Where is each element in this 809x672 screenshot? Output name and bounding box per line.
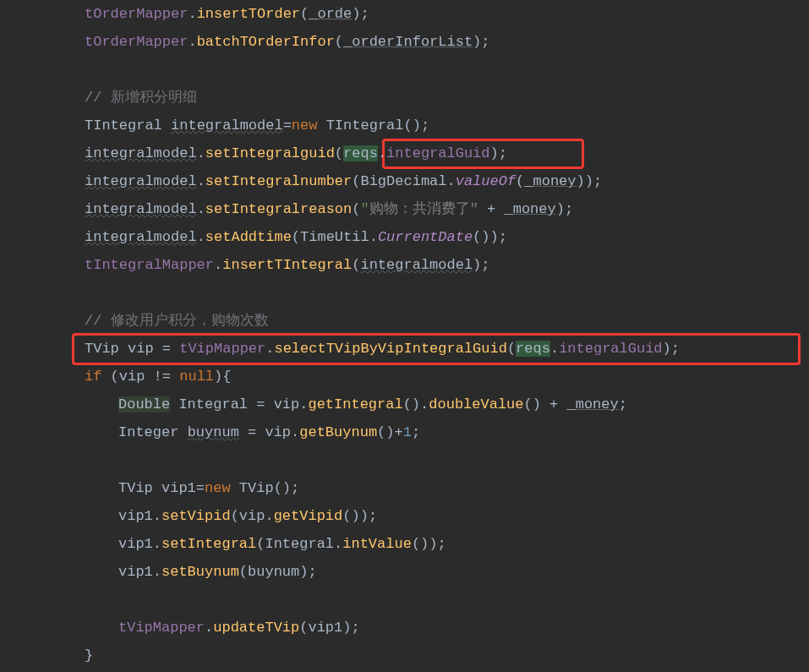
code-line[interactable]: vip1.setVipid(vip.getVipid()); xyxy=(0,502,809,530)
token: ()); xyxy=(342,508,377,524)
token: ); xyxy=(663,341,680,357)
token: ( xyxy=(352,201,360,217)
token: _orde xyxy=(309,6,352,22)
token: TVip vip = xyxy=(85,341,179,357)
code-editor[interactable]: tOrderMapper.insertTOrder(_orde); tOrder… xyxy=(0,0,809,672)
token: new xyxy=(205,480,231,496)
token: setVipid xyxy=(161,508,231,524)
token: ; xyxy=(412,424,420,440)
token: selectTVipByVipIntegralGuid xyxy=(274,341,506,357)
code-line[interactable]: tOrderMapper.insertTOrder(_orde); xyxy=(0,0,809,28)
code-line[interactable]: vip1.setBuynum(buynum); xyxy=(0,558,809,586)
token: vip1. xyxy=(118,564,161,580)
code-line[interactable]: integralmodel.setIntegralguid(reqs.integ… xyxy=(0,139,809,167)
token: integralGuid xyxy=(386,145,489,161)
token: integralGuid xyxy=(559,341,662,357)
code-line[interactable]: } xyxy=(0,642,809,669)
code-line[interactable]: if (vip != null){ xyxy=(0,363,809,391)
token: // xyxy=(85,313,111,329)
token: . xyxy=(205,620,213,636)
token: _money xyxy=(524,173,576,189)
token: . xyxy=(197,229,205,245)
code-line[interactable]: Double Integral = vip.getIntegral().doub… xyxy=(0,391,809,418)
token: vip1. xyxy=(118,508,161,524)
code-line[interactable]: // 新增积分明细 xyxy=(0,84,809,112)
token: integralmodel xyxy=(85,201,197,217)
token: 新增积分明细 xyxy=(111,90,197,106)
token: _orderInforList xyxy=(343,34,473,50)
token: ){ xyxy=(214,369,231,385)
token: // xyxy=(85,90,111,106)
code-line[interactable] xyxy=(0,56,809,84)
token: reqs xyxy=(343,145,378,161)
token: getIntegral xyxy=(308,396,402,412)
token: = vip. xyxy=(239,424,299,440)
token: TVip(); xyxy=(231,480,300,496)
token: insertTOrder xyxy=(197,6,300,22)
token: } xyxy=(85,647,93,664)
code-line[interactable]: Integer buynum = vip.getBuynum()+1; xyxy=(0,418,809,446)
token: )); xyxy=(577,173,603,189)
token: (buynum); xyxy=(239,564,317,580)
token: vip1. xyxy=(118,536,161,552)
code-line[interactable] xyxy=(0,279,809,307)
token: tIntegralMapper xyxy=(85,257,214,273)
token: (vip1); xyxy=(299,620,359,636)
token: integralmodel xyxy=(171,117,283,134)
code-line[interactable]: tVipMapper.updateTVip(vip1); xyxy=(0,614,809,642)
token: ); xyxy=(490,145,507,161)
token: ( xyxy=(507,341,516,357)
token: . xyxy=(188,6,196,22)
token: . xyxy=(550,341,559,357)
code-line[interactable]: integralmodel.setIntegralreason("购物：共消费了… xyxy=(0,195,809,223)
token: integralmodel xyxy=(85,145,197,161)
token: tOrderMapper xyxy=(85,6,188,22)
token: TIntegral(); xyxy=(317,117,429,134)
token: . xyxy=(197,145,205,161)
token: setIntegralnumber xyxy=(205,173,352,189)
token: batchTOrderInfor xyxy=(197,34,335,50)
token: reqs xyxy=(516,341,550,357)
token: setIntegralguid xyxy=(205,145,335,161)
code-line[interactable]: TVip vip = tVipMapper.selectTVipByVipInt… xyxy=(0,335,809,363)
token: intValue xyxy=(342,536,412,552)
code-line[interactable]: tOrderMapper.batchTOrderInfor(_orderInfo… xyxy=(0,28,809,56)
code-line[interactable]: integralmodel.setAddtime(TimeUtil.Curren… xyxy=(0,223,809,251)
token: valueOf xyxy=(456,173,516,189)
code-line[interactable] xyxy=(0,446,809,474)
token: () + xyxy=(524,396,567,412)
token: doubleValue xyxy=(429,396,523,412)
token: = xyxy=(283,117,292,134)
token: ( xyxy=(335,145,343,161)
token: ( xyxy=(516,173,524,189)
token: 修改用户积分，购物次数 xyxy=(111,313,269,329)
token: integralmodel xyxy=(360,257,473,273)
token: insertTIntegral xyxy=(222,257,352,273)
code-line[interactable]: TVip vip1=new TVip(); xyxy=(0,474,809,502)
token: Double xyxy=(118,396,170,412)
token: _money xyxy=(567,396,619,412)
token: null xyxy=(179,369,214,385)
token: ( xyxy=(352,257,360,273)
token: integralmodel xyxy=(85,229,197,245)
token: setAddtime xyxy=(205,229,292,245)
code-line[interactable] xyxy=(0,586,809,614)
token: getBuynum xyxy=(299,424,377,440)
token: ()); xyxy=(473,229,507,245)
token: updateTVip xyxy=(213,620,299,636)
token: tVipMapper xyxy=(179,341,265,357)
code-line[interactable]: tIntegralMapper.insertTIntegral(integral… xyxy=(0,251,809,279)
token: . xyxy=(214,257,222,273)
token: TIntegral xyxy=(85,117,171,134)
code-line[interactable]: vip1.setIntegral(Integral.intValue()); xyxy=(0,530,809,558)
token: ); xyxy=(556,201,573,217)
code-line[interactable]: // 修改用户积分，购物次数 xyxy=(0,307,809,335)
token: (vip != xyxy=(101,369,179,385)
token: ); xyxy=(473,34,489,50)
token: (Integral. xyxy=(256,536,342,552)
code-line[interactable]: TIntegral integralmodel=new TIntegral(); xyxy=(0,112,809,139)
token: ; xyxy=(619,396,627,412)
token: . xyxy=(197,173,205,189)
code-line[interactable]: integralmodel.setIntegralnumber(BigDecim… xyxy=(0,167,809,195)
token: integralmodel xyxy=(85,173,197,189)
